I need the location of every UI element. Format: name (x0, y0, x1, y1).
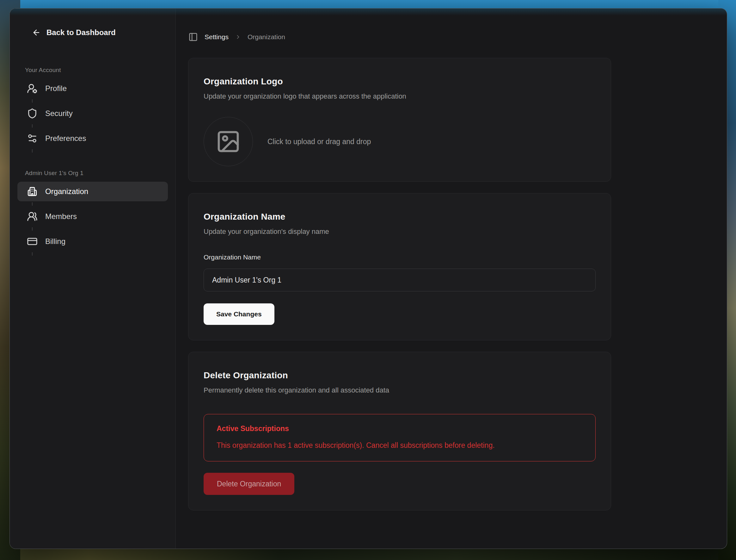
organization-name-input[interactable] (204, 269, 596, 291)
card-title: Organization Logo (204, 76, 596, 87)
sidebar-item-label: Profile (45, 84, 67, 93)
card-subtitle: Permanently delete this organization and… (204, 386, 596, 394)
breadcrumb-settings[interactable]: Settings (204, 33, 228, 41)
breadcrumb: Settings Organization (188, 32, 714, 42)
nav-connector (32, 149, 33, 153)
card-subtitle: Update your organization's display name (204, 228, 596, 236)
delete-organization-button[interactable]: Delete Organization (204, 473, 294, 495)
users-icon (27, 211, 38, 222)
credit-card-icon (27, 236, 38, 247)
back-to-dashboard-button[interactable]: Back to Dashboard (32, 28, 116, 37)
sidebar-item-label: Members (45, 212, 77, 221)
sidebar-item-label: Security (45, 109, 73, 118)
alert-body: This organization has 1 active subscript… (216, 441, 583, 450)
nav-connector (32, 202, 33, 206)
image-icon (216, 129, 241, 154)
sidebar-item-billing[interactable]: Billing (17, 232, 168, 251)
shield-icon (27, 108, 38, 119)
main-content: Settings Organization Organization Logo … (176, 9, 727, 549)
panel-left-icon (188, 32, 198, 42)
cards-container: Organization Logo Update your organizati… (188, 58, 611, 510)
organization-name-label: Organization Name (204, 253, 596, 261)
sidebar: Back to Dashboard Your Account Profile (10, 9, 176, 549)
organization-logo-card: Organization Logo Update your organizati… (188, 58, 611, 182)
sliders-icon (27, 133, 38, 144)
sidebar-item-preferences[interactable]: Preferences (17, 129, 168, 148)
card-subtitle: Update your organization logo that appea… (204, 92, 596, 100)
nav-connector (32, 252, 33, 256)
sidebar-item-members[interactable]: Members (17, 207, 168, 226)
nav-connector (32, 99, 33, 103)
settings-window: Back to Dashboard Your Account Profile (9, 8, 727, 549)
breadcrumb-organization: Organization (247, 33, 285, 41)
sidebar-item-security[interactable]: Security (17, 104, 168, 123)
sidebar-item-label: Preferences (45, 134, 86, 143)
sidebar-section-your-account: Your Account Profile Security (17, 67, 168, 153)
save-changes-button[interactable]: Save Changes (204, 303, 274, 325)
delete-organization-card: Delete Organization Permanently delete t… (188, 352, 611, 510)
card-title: Organization Name (204, 212, 596, 222)
arrow-left-icon (32, 28, 41, 37)
building-icon (27, 186, 38, 197)
sidebar-section-organization: Admin User 1's Org 1 Organization (17, 170, 168, 256)
logo-placeholder-circle[interactable] (204, 117, 253, 166)
card-title: Delete Organization (204, 370, 596, 380)
sidebar-toggle-button[interactable] (188, 32, 198, 42)
sidebar-item-profile[interactable]: Profile (17, 79, 168, 98)
chevron-right-icon (235, 34, 241, 40)
active-subscriptions-alert: Active Subscriptions This organization h… (204, 414, 596, 461)
upload-instruction-text: Click to upload or drag and drop (267, 137, 371, 146)
organization-name-card: Organization Name Update your organizati… (188, 193, 611, 340)
logo-upload-dropzone[interactable]: Click to upload or drag and drop (204, 117, 596, 166)
section-label: Admin User 1's Org 1 (25, 170, 168, 177)
user-cog-icon (27, 83, 38, 94)
nav-connector (32, 124, 33, 128)
sidebar-item-organization[interactable]: Organization (17, 182, 168, 201)
back-to-dashboard-label: Back to Dashboard (46, 28, 116, 37)
sidebar-item-label: Billing (45, 237, 65, 246)
alert-title: Active Subscriptions (216, 424, 583, 433)
section-label: Your Account (25, 67, 168, 74)
sidebar-item-label: Organization (45, 187, 88, 196)
nav-connector (32, 227, 33, 231)
